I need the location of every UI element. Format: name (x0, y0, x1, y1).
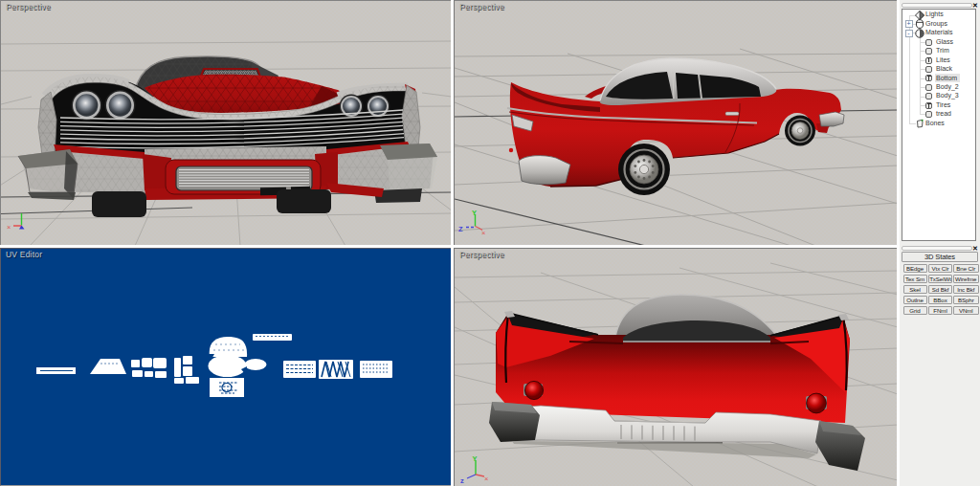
svg-text:Z: Z (458, 225, 463, 233)
svg-text:Y: Y (473, 454, 478, 463)
svg-text:×: × (484, 475, 488, 483)
svg-text:z: z (460, 476, 464, 485)
svg-text:Y: Y (472, 209, 477, 217)
svg-text:×: × (481, 229, 485, 237)
svg-text:×: × (7, 223, 11, 232)
